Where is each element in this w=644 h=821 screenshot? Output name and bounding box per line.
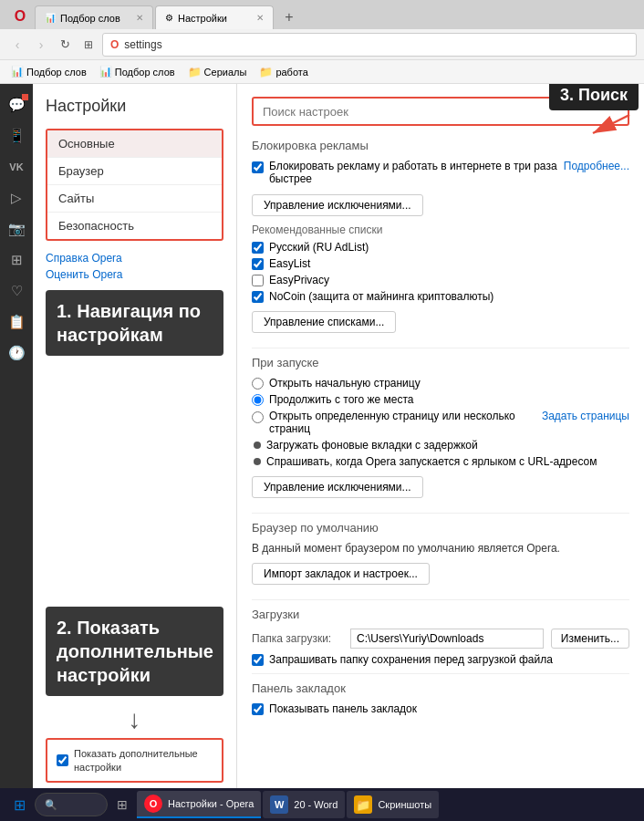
adblock-checkbox[interactable] xyxy=(252,161,264,173)
cb-easyprivacy-input[interactable] xyxy=(252,275,264,286)
sidebar-item-grid[interactable]: ⊞ xyxy=(0,244,33,275)
apps-grid-icon: ⊞ xyxy=(117,797,128,812)
folder-taskbar-icon: 📁 xyxy=(354,795,372,814)
download-folder-input[interactable] xyxy=(350,629,544,649)
radio-open-specific: Открыть определенную страницу или нескол… xyxy=(252,410,629,435)
cb-easyprivacy-label: EasyPrivacy xyxy=(269,274,329,286)
radio-start-input[interactable] xyxy=(252,378,264,390)
taskbar-opera[interactable]: O Настройки - Opera xyxy=(137,791,261,818)
nav-item-sites[interactable]: Сайты xyxy=(47,185,222,212)
bm3-icon: 📁 xyxy=(188,66,202,78)
reload-button[interactable]: ↻ xyxy=(55,37,75,51)
cb-nocoin-input[interactable] xyxy=(252,291,264,303)
bm1-icon: 📊 xyxy=(11,66,24,78)
section-adblock: Блокировка рекламы Блокировать рекламу и… xyxy=(252,139,629,340)
show-more-box[interactable]: Показать дополнительные настройки xyxy=(46,738,223,783)
download-folder-label: Папка загрузки: xyxy=(252,632,343,645)
sidebar-item-clock[interactable]: 🕐 xyxy=(0,338,33,369)
grid-view-button[interactable]: ⊞ xyxy=(78,38,99,51)
manage-lists-btn[interactable]: Управление списками... xyxy=(252,311,396,333)
cb-nocoin: NoCoin (защита от майнинга криптовалюты) xyxy=(252,290,629,303)
cb-easyprivacy: EasyPrivacy xyxy=(252,274,629,286)
bullet-icon-1 xyxy=(254,442,261,449)
address-bar[interactable]: O settings xyxy=(102,33,637,57)
settings-sidebar: Настройки Основные Браузер Сайты Безопас… xyxy=(33,84,237,788)
import-btn[interactable]: Импорт закладок и настроек... xyxy=(252,563,430,585)
default-browser-desc: В данный момент браузером по умолчанию я… xyxy=(252,542,629,555)
tab-item-2[interactable]: ⚙ Настройки ✕ xyxy=(155,5,274,29)
sidebar-item-heart[interactable]: ♡ xyxy=(0,275,33,307)
cb-ru-adlist-label: Русский (RU AdList) xyxy=(269,241,369,254)
cb-easylist-label: EasyList xyxy=(269,257,310,270)
section-startup: При запуске Открыть начальную страницу П… xyxy=(252,356,629,505)
divider2 xyxy=(252,513,629,514)
cb-easylist-input[interactable] xyxy=(252,258,264,270)
sidebar-item-whatsapp[interactable]: 📱 xyxy=(0,120,33,151)
clock-icon: 🕐 xyxy=(8,345,26,361)
browser-body: 💬 📱 VK ▷ 📷 ⊞ ♡ 📋 🕐 Настройки xyxy=(0,84,644,788)
sidebar-item-clipboard[interactable]: 📋 xyxy=(0,307,33,338)
bookmark-1[interactable]: 📊 Подбор слов xyxy=(5,64,92,79)
adblock-link[interactable]: Подробнее... xyxy=(564,160,629,172)
sidebar-item-messenger[interactable]: 💬 xyxy=(0,89,33,120)
bm4-label: работа xyxy=(275,67,307,78)
cb-ru-adlist-input[interactable] xyxy=(252,242,264,254)
change-folder-btn[interactable]: Изменить... xyxy=(551,629,629,649)
bookmark-4[interactable]: 📁 работа xyxy=(254,64,313,80)
forward-button[interactable]: › xyxy=(31,37,51,52)
taskbar-apps-btn[interactable]: ⊞ xyxy=(109,792,135,817)
bookmarks-bar: 📊 Подбор слов 📊 Подбор слов 📁 Сериалы 📁 … xyxy=(0,60,644,84)
heart-icon: ♡ xyxy=(11,283,23,299)
bookmark-3[interactable]: 📁 Сериалы xyxy=(182,64,253,80)
settings-search-input[interactable] xyxy=(252,97,629,126)
taskbar-folder[interactable]: 📁 Скриншоты xyxy=(347,791,439,818)
bullet-label-1: Загружать фоновые вкладки с задержкой xyxy=(266,439,478,452)
divider3 xyxy=(252,599,629,600)
cb-show-bookmarks-label: Показывать панель закладок xyxy=(269,702,417,715)
cb-easylist: EasyList xyxy=(252,257,629,270)
opera-help-link[interactable]: Справка Opera xyxy=(46,252,223,265)
grid-icon: ⊞ xyxy=(11,252,23,268)
tab2-icon: ⚙ xyxy=(165,13,173,23)
sidebar-item-player[interactable]: ▷ xyxy=(0,182,33,213)
cb-show-bookmarks: Показывать панель закладок xyxy=(252,702,629,715)
set-pages-link[interactable]: Задать страницы xyxy=(542,410,629,422)
settings-content: 3. Поиск Блокировка рекламы Блокировать … xyxy=(237,84,644,788)
tab-item-1[interactable]: 📊 Подбор слов ✕ xyxy=(35,5,153,29)
section-default-browser: Браузер по умолчанию В данный момент бра… xyxy=(252,521,629,592)
bullet-bg-tabs: Загружать фоновые вкладки с задержкой xyxy=(252,439,629,452)
section-startup-title: При запуске xyxy=(252,356,629,369)
bm3-label: Сериалы xyxy=(204,67,247,78)
taskbar-search-bar[interactable]: 🔍 xyxy=(35,793,108,816)
tab1-close[interactable]: ✕ xyxy=(136,13,143,23)
new-tab-button[interactable]: + xyxy=(277,5,301,29)
bm1-label: Подбор слов xyxy=(26,67,87,78)
start-button[interactable]: ⊞ xyxy=(5,791,33,818)
annotation1-text: 1. Навигация по настройкам xyxy=(57,299,213,347)
nav-item-basic[interactable]: Основные xyxy=(47,130,222,157)
nav-item-browser[interactable]: Браузер xyxy=(47,158,222,184)
manage-exceptions-btn-1[interactable]: Управление исключениями... xyxy=(252,194,423,216)
section-downloads-title: Загрузки xyxy=(252,608,629,621)
show-more-checkbox[interactable] xyxy=(57,754,68,766)
arrow-down-container: ↓ xyxy=(46,705,223,734)
opera-rate-link[interactable]: Оценить Opera xyxy=(46,268,223,281)
tab2-close[interactable]: ✕ xyxy=(256,13,264,23)
opera-favicon: O xyxy=(110,38,119,51)
sidebar-item-vk[interactable]: VK xyxy=(0,151,33,182)
bookmark-2[interactable]: 📊 Подбор слов xyxy=(94,64,181,79)
opera-logo[interactable]: O xyxy=(7,4,33,29)
radio-continue-input[interactable] xyxy=(252,394,264,406)
nav-bar: ‹ › ↻ ⊞ O settings xyxy=(0,29,644,60)
nav-item-security[interactable]: Безопасность xyxy=(47,213,222,239)
radio-specific-input[interactable] xyxy=(252,411,264,423)
taskbar: ⊞ 🔍 ⊞ O Настройки - Opera W 20 - Word 📁 … xyxy=(0,788,644,821)
cb-ask-save-input[interactable] xyxy=(252,654,264,666)
clipboard-icon: 📋 xyxy=(8,314,26,330)
back-button[interactable]: ‹ xyxy=(7,37,27,52)
tab1-icon: 📊 xyxy=(45,13,56,23)
manage-exceptions-btn-2[interactable]: Управление исключениями... xyxy=(252,476,423,498)
sidebar-item-snapshot[interactable]: 📷 xyxy=(0,213,33,244)
cb-show-bookmarks-input[interactable] xyxy=(252,703,264,715)
taskbar-word[interactable]: W 20 - Word xyxy=(263,791,345,818)
